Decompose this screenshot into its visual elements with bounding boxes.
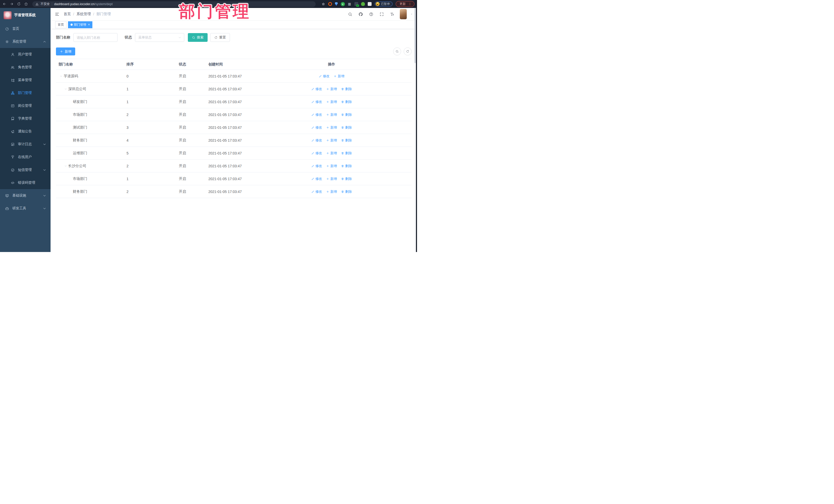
table-row: 长沙分公司2开启2021-01-05 17:03:47修改新增删除 — [56, 160, 412, 172]
sidebar-item-notice[interactable]: 通知公告 — [0, 125, 50, 138]
add-link[interactable]: 新增 — [326, 190, 337, 194]
emoji-face-icon — [376, 2, 379, 6]
app-title: 芋道管理系统 — [14, 13, 36, 18]
tag-label: 首页 — [58, 23, 64, 27]
modify-link[interactable]: 修改 — [311, 164, 322, 168]
tree-expand-caret-icon[interactable] — [60, 75, 63, 78]
delete-link[interactable]: 删除 — [341, 125, 352, 130]
font-size-icon[interactable] — [388, 10, 396, 19]
col-operations: 操作 — [298, 62, 365, 67]
green-check-extension-icon[interactable]: v — [341, 2, 345, 6]
add-link[interactable]: 新增 — [326, 87, 337, 91]
delete-link[interactable]: 删除 — [341, 100, 352, 104]
table-toolbar: 新增 — [56, 47, 412, 56]
search-icon[interactable] — [346, 10, 354, 19]
delete-link[interactable]: 删除 — [341, 138, 352, 143]
modify-link[interactable]: 修改 — [311, 190, 322, 194]
home-icon[interactable] — [24, 2, 28, 6]
modify-link[interactable]: 修改 — [311, 138, 322, 143]
sidebar-item-code[interactable]: 错误码管理 — [0, 176, 50, 189]
orange-ring-extension-icon[interactable] — [328, 2, 332, 6]
delete-link[interactable]: 删除 — [341, 112, 352, 117]
reset-button[interactable]: 重置 — [210, 33, 230, 42]
sidebar-item-audit[interactable]: 审计日志 — [0, 138, 50, 151]
refresh-table-button[interactable] — [404, 47, 412, 56]
status-cell: 开启 — [176, 100, 206, 104]
sidebar-item-dashboard[interactable]: 首页 — [0, 22, 50, 35]
puzzle-extension-icon[interactable] — [368, 2, 372, 6]
modify-link[interactable]: 修改 — [319, 74, 329, 79]
chevron-down-icon — [43, 168, 46, 172]
add-link[interactable]: 新增 — [326, 177, 337, 181]
modify-link[interactable]: 修改 — [311, 100, 322, 104]
window-edge — [416, 0, 417, 252]
tag-home[interactable]: 首页 — [55, 21, 66, 28]
delete-link[interactable]: 删除 — [341, 190, 352, 194]
add-button[interactable]: 新增 — [56, 47, 75, 56]
add-link[interactable]: 新增 — [326, 164, 337, 168]
add-link[interactable]: 新增 — [326, 138, 337, 143]
sidebar-item-sms[interactable]: 短信管理 — [0, 163, 50, 176]
sidebar-item-user[interactable]: 用户管理 — [0, 48, 50, 61]
sidebar-item-menutree[interactable]: 菜单管理 — [0, 74, 50, 86]
plus-icon — [326, 152, 329, 155]
plus-icon — [326, 126, 329, 129]
add-link[interactable]: 新增 — [326, 151, 337, 155]
edit-icon — [311, 88, 314, 91]
tag-close-icon[interactable]: × — [88, 23, 90, 26]
modify-link[interactable]: 修改 — [311, 125, 322, 130]
on-badge-extension-icon[interactable]: on — [354, 2, 358, 6]
tag-dept-active[interactable]: 部门管理 × — [68, 21, 92, 28]
add-link[interactable]: 新增 — [334, 74, 344, 79]
app-logo-link[interactable]: 芋道管理系统 — [0, 8, 50, 22]
breadcrumb-system[interactable]: 系统管理 — [76, 12, 91, 17]
green-bot-extension-icon[interactable] — [361, 2, 365, 6]
fullscreen-icon[interactable] — [377, 10, 386, 19]
paused-extension-pill[interactable]: 已暂停 — [375, 2, 393, 6]
github-icon[interactable] — [356, 10, 365, 19]
breadcrumb-current: 部门管理 — [96, 12, 111, 17]
dept-name: 财务部门 — [73, 190, 87, 194]
sidebar-item-tools[interactable]: 研发工具 — [0, 202, 50, 215]
dept-name-input[interactable] — [73, 33, 117, 42]
search-button[interactable]: 搜索 — [188, 33, 207, 42]
sidebar-item-online[interactable]: 在线用户 — [0, 151, 50, 163]
forward-icon[interactable] — [10, 2, 14, 6]
bookmark-star-icon[interactable] — [322, 2, 325, 6]
delete-link[interactable]: 删除 — [341, 177, 352, 181]
breadcrumb-home[interactable]: 首页 — [64, 12, 71, 17]
sidebar-item-dict[interactable]: 字典管理 — [0, 112, 50, 125]
tree-expand-caret-icon[interactable] — [64, 88, 67, 91]
delete-link[interactable]: 删除 — [341, 87, 352, 91]
status-select[interactable]: 菜单状态 — [135, 33, 184, 42]
delete-link[interactable]: 删除 — [341, 164, 352, 168]
add-link[interactable]: 新增 — [326, 125, 337, 130]
tree-expand-caret-icon[interactable] — [64, 165, 67, 168]
sidebar-item-infra[interactable]: 基础设施 — [0, 189, 50, 202]
browser-update-button[interactable]: 更新 — [396, 1, 414, 7]
sidebar-item-post[interactable]: 岗位管理 — [0, 99, 50, 112]
edit-icon — [311, 177, 314, 180]
add-link[interactable]: 新增 — [326, 112, 337, 117]
back-icon[interactable] — [3, 2, 6, 6]
toggle-search-button[interactable] — [393, 47, 401, 56]
reload-icon[interactable] — [17, 2, 21, 6]
sidebar-item-users[interactable]: 角色管理 — [0, 61, 50, 74]
modify-link[interactable]: 修改 — [311, 151, 322, 155]
sidebar-item-gear[interactable]: 系统管理 — [0, 35, 50, 48]
sidebar-item-dept[interactable]: 部门管理 — [0, 86, 50, 99]
address-bar[interactable]: 不安全 dashboard.yudao.iocoder.cn/system/de… — [32, 1, 316, 7]
user-avatar[interactable] — [400, 9, 407, 19]
delete-link[interactable]: 删除 — [341, 151, 352, 155]
kebab-menu-icon[interactable] — [408, 2, 412, 6]
blue-gem-extension-icon[interactable] — [335, 2, 338, 6]
modify-link[interactable]: 修改 — [311, 87, 322, 91]
add-link[interactable]: 新增 — [326, 100, 337, 104]
modify-link[interactable]: 修改 — [311, 177, 322, 181]
avatar-caret-down-icon[interactable] — [410, 13, 413, 15]
grid-extension-icon[interactable]: ▦ — [348, 2, 352, 6]
help-icon[interactable] — [367, 10, 375, 19]
hamburger-icon[interactable] — [54, 12, 60, 17]
tag-dot — [70, 24, 73, 26]
modify-link[interactable]: 修改 — [311, 112, 322, 117]
